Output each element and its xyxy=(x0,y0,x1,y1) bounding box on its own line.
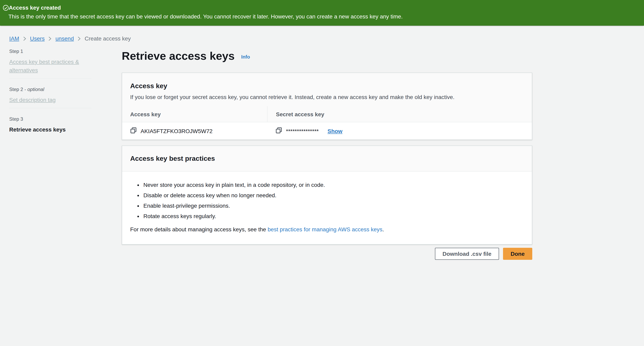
best-practices-footer: For more details about managing access k… xyxy=(130,225,524,233)
step-1-link[interactable]: Access key best practices & alternatives xyxy=(9,59,79,73)
flashbar-success: Access key created This is the only time… xyxy=(0,0,644,26)
copy-access-key-button[interactable] xyxy=(130,127,137,135)
chevron-right-icon xyxy=(78,36,81,41)
list-item: Disable or delete access key when no lon… xyxy=(144,191,524,199)
breadcrumb-link-unsend[interactable]: unsend xyxy=(56,35,74,42)
step-3-label: Step 3 xyxy=(9,117,91,122)
divider xyxy=(9,108,91,108)
show-secret-link[interactable]: Show xyxy=(328,128,342,134)
breadcrumb-link-users[interactable]: Users xyxy=(30,35,45,42)
breadcrumb-current: Create access key xyxy=(85,35,131,42)
flashbar-title: Access key created xyxy=(9,5,61,11)
divider xyxy=(9,78,91,79)
step-1-title: Access key best practices & alternatives xyxy=(9,58,91,75)
access-key-table-row: AKIA5FTZFKO3ROJW5W72 xyxy=(122,122,532,140)
breadcrumb: IAM Users unsend Create access key xyxy=(0,26,644,42)
copy-icon xyxy=(130,127,137,135)
breadcrumb-link-iam[interactable]: IAM xyxy=(9,35,19,42)
chevron-right-icon xyxy=(23,36,26,41)
list-item: Enable least-privilege permissions. xyxy=(144,202,524,210)
chevron-right-icon xyxy=(49,36,52,41)
best-practices-link[interactable]: best practices for managing AWS access k… xyxy=(268,226,382,232)
page: Access key created This is the only time… xyxy=(0,0,644,346)
best-practices-card-title: Access key best practices xyxy=(130,154,524,163)
page-title: Retrieve access keys xyxy=(122,50,235,62)
access-key-card-header: Access key If you lose or forget your se… xyxy=(122,73,532,106)
best-practices-card-body: Never store your access key in plain tex… xyxy=(122,172,532,244)
content-layout: Step 1 Access key best practices & alter… xyxy=(0,49,644,260)
best-practices-card-header: Access key best practices xyxy=(122,146,532,172)
actions-bar: Download .csv file Done xyxy=(122,248,532,260)
access-key-card: Access key If you lose or forget your se… xyxy=(122,73,532,140)
best-practices-card: Access key best practices Never store yo… xyxy=(122,146,532,245)
best-practices-list: Never store your access key in plain tex… xyxy=(130,181,524,220)
access-key-table-header: Access key Secret access key xyxy=(122,106,532,122)
download-csv-button[interactable]: Download .csv file xyxy=(435,248,499,260)
step-3-title-current: Retrieve access keys xyxy=(9,126,91,134)
copy-icon xyxy=(276,127,282,135)
access-key-card-description: If you lose or forget your secret access… xyxy=(130,93,524,101)
info-link[interactable]: Info xyxy=(241,54,250,60)
access-key-value: AKIA5FTZFKO3ROJW5W72 xyxy=(140,128,212,134)
column-header-access-key: Access key xyxy=(122,106,267,122)
flashbar-message: This is the only time that the secret ac… xyxy=(8,13,403,20)
page-header: Retrieve access keys Info xyxy=(122,49,532,62)
main-content: Retrieve access keys Info Access key If … xyxy=(122,49,532,260)
wizard-nav: Step 1 Access key best practices & alter… xyxy=(9,49,91,134)
step-2-title: Set description tag xyxy=(9,96,91,104)
check-circle-icon xyxy=(3,5,9,11)
done-button[interactable]: Done xyxy=(503,248,532,260)
step-2-label: Step 2 - optional xyxy=(9,87,91,92)
column-header-secret-access-key: Secret access key xyxy=(267,106,532,122)
copy-secret-key-button[interactable] xyxy=(276,127,282,135)
secret-key-masked: *************** xyxy=(286,128,318,134)
access-key-card-title: Access key xyxy=(130,82,524,90)
list-item: Rotate access keys regularly. xyxy=(144,212,524,220)
list-item: Never store your access key in plain tex… xyxy=(144,181,524,189)
step-1-label: Step 1 xyxy=(9,49,91,54)
step-2-link[interactable]: Set description tag xyxy=(9,97,56,103)
